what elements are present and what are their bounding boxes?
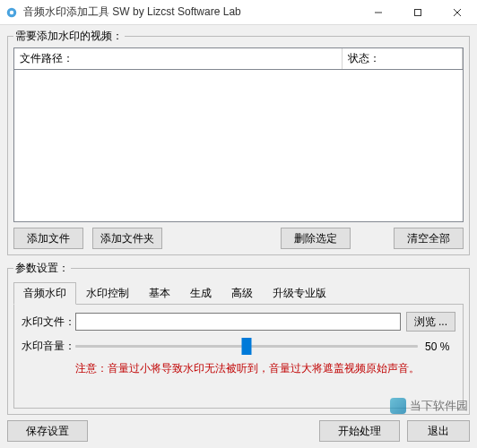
tab-basic[interactable]: 基本	[139, 282, 180, 305]
site-watermark-text: 当下软件园	[410, 398, 468, 414]
close-button[interactable]	[438, 0, 477, 25]
clear-all-button[interactable]: 清空全部	[394, 228, 464, 249]
exit-button[interactable]: 退出	[407, 420, 470, 442]
tab-watermark-control[interactable]: 水印控制	[76, 282, 139, 305]
maximize-button[interactable]	[398, 0, 438, 25]
col-status[interactable]: 状态：	[343, 48, 463, 69]
col-path[interactable]: 文件路径：	[14, 48, 343, 69]
volume-warning: 注意：音量过小将导致水印无法被听到，音量过大将遮盖视频原始声音。	[75, 361, 455, 376]
add-file-button[interactable]: 添加文件	[13, 228, 83, 249]
volume-slider[interactable]	[75, 345, 418, 348]
videos-group: 需要添加水印的视频： 文件路径： 状态： 添加文件 添加文件夹 删除选定 清空全…	[7, 29, 470, 255]
videos-legend: 需要添加水印的视频：	[13, 29, 125, 44]
window-title: 音频水印添加工具 SW by Lizcst Software Lab	[23, 4, 359, 20]
minimize-button[interactable]	[359, 0, 398, 25]
tab-audio-watermark[interactable]: 音频水印	[13, 282, 76, 305]
settings-group: 参数设置： 音频水印 水印控制 基本 生成 高级 升级专业版 水印文件： 浏览 …	[7, 261, 470, 415]
svg-point-1	[10, 10, 13, 13]
watermark-file-input[interactable]	[75, 313, 401, 331]
add-folder-button[interactable]: 添加文件夹	[92, 228, 162, 249]
volume-value: 50 %	[425, 340, 455, 353]
start-button[interactable]: 开始处理	[319, 420, 400, 442]
volume-slider-thumb[interactable]	[242, 338, 252, 355]
remove-selected-button[interactable]: 删除选定	[281, 228, 351, 249]
save-settings-button[interactable]: 保存设置	[7, 420, 88, 442]
app-icon	[5, 6, 18, 19]
tabs: 音频水印 水印控制 基本 生成 高级 升级专业版	[13, 281, 464, 305]
list-header: 文件路径： 状态：	[13, 47, 464, 70]
tab-upgrade[interactable]: 升级专业版	[263, 282, 336, 305]
watermark-file-label: 水印文件：	[22, 314, 75, 330]
tab-generate[interactable]: 生成	[180, 282, 221, 305]
tab-advanced[interactable]: 高级	[221, 282, 263, 305]
site-watermark: 当下软件园	[390, 398, 468, 414]
settings-legend: 参数设置：	[13, 261, 71, 276]
volume-label: 水印音量：	[22, 339, 75, 354]
site-logo-icon	[390, 398, 406, 414]
file-list[interactable]	[13, 70, 464, 222]
browse-button[interactable]: 浏览 ...	[406, 312, 455, 332]
tab-panel: 水印文件： 浏览 ... 水印音量： 50 % 注意：音量过小将导致水印无法被听…	[13, 305, 464, 409]
svg-rect-3	[415, 9, 421, 15]
